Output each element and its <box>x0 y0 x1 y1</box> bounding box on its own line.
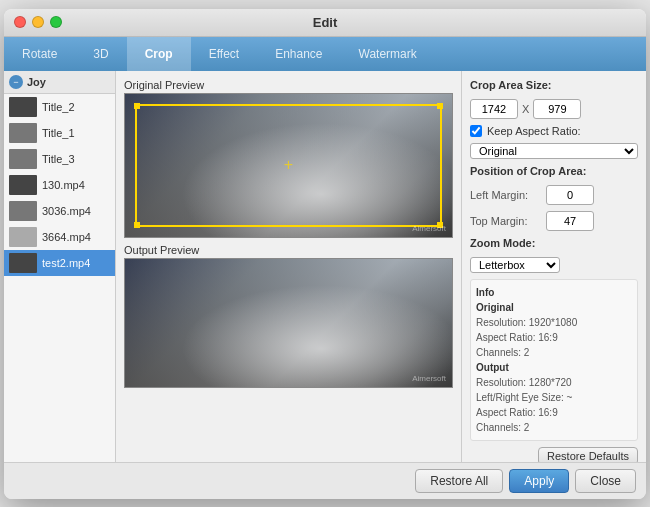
sidebar-thumb-title2 <box>9 97 37 117</box>
sidebar-label-title3: Title_3 <box>42 153 75 165</box>
main-content: − Joy Title_2 Title_1 Title_3 130.mp4 <box>4 71 646 462</box>
sidebar-item-130[interactable]: 130.mp4 <box>4 172 115 198</box>
output-eye-size: Left/Right Eye Size: ~ <box>476 390 632 405</box>
sidebar-label-test2: test2.mp4 <box>42 257 90 269</box>
sidebar-item-test2[interactable]: test2.mp4 <box>4 250 115 276</box>
zoom-mode-select[interactable]: Letterbox <box>470 257 560 273</box>
apply-button[interactable]: Apply <box>509 469 569 493</box>
output-resolution: Resolution: 1280*720 <box>476 375 632 390</box>
crop-size-row: X <box>470 99 638 119</box>
maximize-window-button[interactable] <box>50 16 62 28</box>
restore-all-button[interactable]: Restore All <box>415 469 503 493</box>
output-watermark-text: Aimersoft <box>412 374 446 383</box>
output-preview-video: Aimersoft ⏮ ⏪ ▶ ⏸ <box>124 258 453 388</box>
output-aspect: Aspect Ratio: 16:9 <box>476 405 632 420</box>
keep-aspect-label: Keep Aspect Ratio: <box>487 125 581 137</box>
top-margin-input[interactable] <box>546 211 594 231</box>
tab-rotate[interactable]: Rotate <box>4 37 75 71</box>
sidebar-label-title1: Title_1 <box>42 127 75 139</box>
content-area: Original Preview + Aimersoft <box>116 71 646 462</box>
sidebar-thumb-3036 <box>9 201 37 221</box>
restore-defaults-button[interactable]: Restore Defaults <box>538 447 638 462</box>
sidebar-top-icon: − <box>9 75 23 89</box>
sidebar-item-3664[interactable]: 3664.mp4 <box>4 224 115 250</box>
x-separator: X <box>522 103 529 115</box>
output-preview-label: Output Preview <box>124 244 453 256</box>
info-box: Info Original Resolution: 1920*1080 Aspe… <box>470 279 638 441</box>
position-label: Position of Crop Area: <box>470 165 638 177</box>
left-margin-label: Left Margin: <box>470 189 542 201</box>
toolbar: Rotate 3D Crop Effect Enhance Watermark <box>4 37 646 71</box>
window-title: Edit <box>313 15 338 30</box>
sidebar-label-3664: 3664.mp4 <box>42 231 91 243</box>
close-button[interactable]: Close <box>575 469 636 493</box>
sidebar-label-3036: 3036.mp4 <box>42 205 91 217</box>
sidebar-thumb-3664 <box>9 227 37 247</box>
original-info-title: Original <box>476 300 632 315</box>
crop-width-input[interactable] <box>470 99 518 119</box>
zoom-label: Zoom Mode: <box>470 237 638 249</box>
original-channels: Channels: 2 <box>476 345 632 360</box>
left-margin-input[interactable] <box>546 185 594 205</box>
original-aspect: Aspect Ratio: 16:9 <box>476 330 632 345</box>
original-video-bg: + Aimersoft <box>125 94 452 237</box>
sidebar-thumb-title3 <box>9 149 37 169</box>
sidebar-top-label: Joy <box>27 76 46 88</box>
sidebar-label-title2: Title_2 <box>42 101 75 113</box>
sidebar-thumb-130 <box>9 175 37 195</box>
right-panel: Crop Area Size: X Keep Aspect Ratio: Ori… <box>461 71 646 462</box>
window-controls <box>14 16 62 28</box>
tab-crop[interactable]: Crop <box>127 37 191 71</box>
tab-3d[interactable]: 3D <box>75 37 126 71</box>
original-preview-video: + Aimersoft <box>124 93 453 238</box>
top-margin-label: Top Margin: <box>470 215 542 227</box>
tab-effect[interactable]: Effect <box>191 37 257 71</box>
info-title: Info <box>476 285 632 300</box>
sidebar-thumb-test2 <box>9 253 37 273</box>
output-video-bg: Aimersoft <box>125 259 452 387</box>
close-window-button[interactable] <box>14 16 26 28</box>
tab-enhance[interactable]: Enhance <box>257 37 340 71</box>
sidebar-label-130: 130.mp4 <box>42 179 85 191</box>
keep-aspect-row: Keep Aspect Ratio: <box>470 125 638 137</box>
sidebar-thumb-title1 <box>9 123 37 143</box>
sidebar-item-title2[interactable]: Title_2 <box>4 94 115 120</box>
output-info-title: Output <box>476 360 632 375</box>
title-bar: Edit <box>4 9 646 37</box>
sidebar-header: − Joy <box>4 71 115 94</box>
playback-bar: ⏮ ⏪ ▶ ⏸ ⏹ ⏩ ⏭ 🔊 00:00:40/00:04:50 <box>125 387 452 388</box>
watermark-text: Aimersoft <box>412 224 446 233</box>
original-preview-section: Original Preview + Aimersoft <box>124 79 453 238</box>
bottom-bar: Restore All Apply Close <box>4 462 646 499</box>
tab-watermark[interactable]: Watermark <box>341 37 435 71</box>
main-window: Edit Rotate 3D Crop Effect Enhance Water… <box>4 9 646 499</box>
sidebar-item-title3[interactable]: Title_3 <box>4 146 115 172</box>
crop-height-input[interactable] <box>533 99 581 119</box>
crop-size-label: Crop Area Size: <box>470 79 638 91</box>
output-preview-section: Output Preview Aimersoft ⏮ <box>124 244 453 388</box>
original-preview-label: Original Preview <box>124 79 453 91</box>
sidebar-item-title1[interactable]: Title_1 <box>4 120 115 146</box>
left-margin-row: Left Margin: <box>470 185 638 205</box>
output-hand-overlay <box>125 259 452 387</box>
keep-aspect-checkbox[interactable] <box>470 125 482 137</box>
minimize-window-button[interactable] <box>32 16 44 28</box>
original-hand-overlay <box>125 94 452 237</box>
top-margin-row: Top Margin: <box>470 211 638 231</box>
preview-area: Original Preview + Aimersoft <box>116 71 461 462</box>
aspect-ratio-select[interactable]: Original <box>470 143 638 159</box>
original-resolution: Resolution: 1920*1080 <box>476 315 632 330</box>
output-channels: Channels: 2 <box>476 420 632 435</box>
sidebar-item-3036[interactable]: 3036.mp4 <box>4 198 115 224</box>
sidebar: − Joy Title_2 Title_1 Title_3 130.mp4 <box>4 71 116 462</box>
